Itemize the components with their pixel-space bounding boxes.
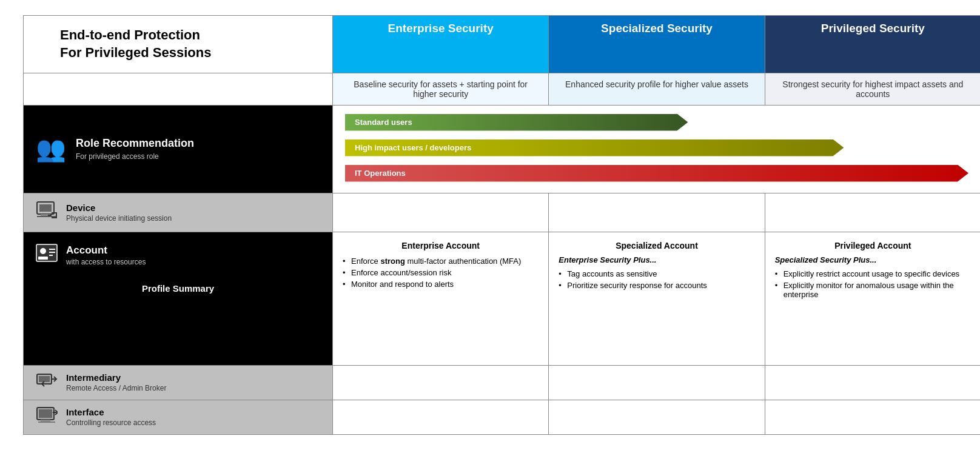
intermediary-icon (36, 371, 58, 395)
intermediary-label-text: Intermediary Remote Access / Admin Broke… (66, 372, 166, 392)
it-ops-bar: IT Operations (345, 165, 968, 182)
account-label-top: Account with access to resources (36, 242, 146, 269)
role-content: Standard users High impact users / devel… (333, 106, 980, 193)
role-title: Role Recommendation (76, 137, 194, 150)
account-privileged-heading: Privileged Account (775, 241, 971, 250)
interface-specialized-content (549, 400, 765, 434)
device-enterprise-content (333, 193, 549, 232)
role-label-text: Role Recommendation For privileged acces… (76, 137, 194, 161)
high-impact-bar-inner: High impact users / developers (345, 139, 844, 156)
device-title: Device (66, 203, 172, 213)
account-specialized-heading: Specialized Account (559, 241, 754, 250)
account-icon (36, 242, 58, 269)
role-label-cell: 👥 Role Recommendation For privileged acc… (24, 106, 333, 193)
bullet-tag: Tag accounts as sensitive (559, 268, 754, 280)
account-row: Account with access to resources Profile… (24, 232, 980, 366)
device-label-text: Device Physical device initiating sessio… (66, 203, 172, 223)
main-container: End-to-end Protection For Privileged Ses… (23, 15, 980, 434)
col-enterprise-desc: Baseline security for assets + starting … (333, 73, 549, 105)
subheader-row: Baseline security for assets + starting … (24, 73, 980, 106)
bullet-prioritize: Prioritize security response for account… (559, 280, 754, 291)
col-privileged-desc: Strongest security for highest impact as… (765, 73, 980, 105)
account-enterprise-heading: Enterprise Account (343, 241, 539, 250)
account-privileged-content: Privileged Account Specialized Security … (765, 232, 980, 365)
col-privileged-header: Privileged Security (765, 16, 980, 73)
svg-rect-13 (41, 420, 50, 421)
device-privileged-content (765, 193, 980, 232)
intermediary-enterprise-content (333, 366, 549, 400)
subheader-empty (24, 73, 333, 105)
account-privileged-bullets: Explicitly restrict account usage to spe… (775, 268, 971, 300)
account-enterprise-content: Enterprise Account Enforce strong multi-… (333, 232, 549, 365)
intermediary-privileged-content (765, 366, 980, 400)
account-profile-summary: Profile Summary (36, 283, 320, 294)
svg-point-4 (40, 248, 46, 254)
bullet-monitor: Monitor and respond to alerts (343, 278, 539, 290)
col-enterprise-header: Enterprise Security (333, 16, 549, 73)
device-icon (36, 200, 58, 226)
interface-row: Interface Controlling resource access (24, 400, 980, 434)
role-subtitle: For privileged access role (76, 152, 194, 161)
bullet-restrict: Explicitly restrict account usage to spe… (775, 268, 971, 280)
intermediary-subtitle: Remote Access / Admin Broker (66, 384, 166, 392)
interface-enterprise-content (333, 400, 549, 434)
interface-label-text: Interface Controlling resource access (66, 407, 156, 427)
bullet-mfa: Enforce strong multi-factor authenticati… (343, 255, 539, 267)
intermediary-specialized-content (549, 366, 765, 400)
account-subtitle: with access to resources (66, 258, 146, 266)
account-label-cell: Account with access to resources Profile… (24, 232, 333, 365)
intermediary-label-cell: Intermediary Remote Access / Admin Broke… (24, 366, 333, 400)
main-title: End-to-end Protection For Privileged Ses… (60, 27, 211, 61)
main-title-cell: End-to-end Protection For Privileged Ses… (24, 16, 333, 73)
role-row: 👥 Role Recommendation For privileged acc… (24, 106, 980, 193)
bullet-risk: Enforce account/session risk (343, 267, 539, 278)
intermediary-title: Intermediary (66, 372, 166, 383)
interface-label-cell: Interface Controlling resource access (24, 400, 333, 434)
svg-rect-5 (38, 257, 48, 260)
col-specialized-header: Specialized Security (549, 16, 765, 73)
account-enterprise-bullets: Enforce strong multi-factor authenticati… (343, 255, 539, 290)
bullet-anomalous: Explicitly monitor for anomalous usage w… (775, 280, 971, 300)
interface-subtitle: Controlling resource access (66, 418, 156, 427)
account-specialized-content: Specialized Account Enterprise Security … (549, 232, 765, 365)
account-specialized-bullets: Tag accounts as sensitive Prioritize sec… (559, 268, 754, 291)
high-impact-bar: High impact users / developers (345, 139, 968, 156)
svg-rect-1 (39, 204, 52, 212)
standard-users-bar-inner: Standard users (345, 114, 688, 131)
interface-privileged-content (765, 400, 980, 434)
device-label-cell: Device Physical device initiating sessio… (24, 193, 333, 232)
svg-rect-10 (39, 376, 50, 382)
device-row: Device Physical device initiating sessio… (24, 193, 980, 232)
account-title: Account (66, 244, 146, 257)
col-specialized-desc: Enhanced security profile for higher val… (549, 73, 765, 105)
device-subtitle: Physical device initiating session (66, 214, 172, 223)
device-specialized-content (549, 193, 765, 232)
interface-title: Interface (66, 407, 156, 417)
account-label-text: Account with access to resources (66, 244, 146, 266)
interface-icon (36, 405, 58, 429)
role-icon: 👥 (36, 135, 66, 163)
standard-users-bar: Standard users (345, 114, 968, 131)
svg-rect-12 (39, 409, 52, 418)
account-privileged-subtitle: Specialized Security Plus... (775, 255, 971, 264)
intermediary-row: Intermediary Remote Access / Admin Broke… (24, 366, 980, 400)
it-ops-bar-inner: IT Operations (345, 165, 968, 182)
header-row: End-to-end Protection For Privileged Ses… (24, 16, 980, 73)
account-specialized-subtitle: Enterprise Security Plus... (559, 255, 754, 264)
